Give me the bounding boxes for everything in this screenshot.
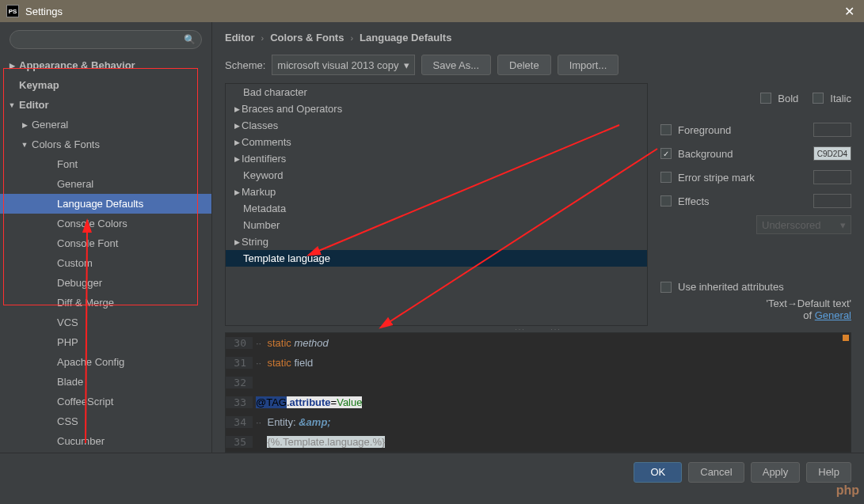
nav-vcs[interactable]: VCS xyxy=(0,313,211,332)
nav-coffeescript[interactable]: CoffeeScript xyxy=(0,392,211,411)
tree-classes[interactable]: Classes xyxy=(226,117,647,134)
chevron-down-icon: ▾ xyxy=(840,219,846,231)
chevron-down-icon: ▾ xyxy=(404,59,409,71)
attribute-tree[interactable]: Bad character Braces and Operators Class… xyxy=(225,83,648,326)
nav-blade[interactable]: Blade xyxy=(0,372,211,392)
splitter[interactable]: ··· ··· xyxy=(212,326,864,332)
nav-general[interactable]: General xyxy=(0,115,211,135)
search-input[interactable] xyxy=(10,30,202,49)
search-icon: 🔍 xyxy=(184,34,196,45)
tree-string[interactable]: String xyxy=(226,233,647,250)
nav-custom[interactable]: Custom xyxy=(0,253,211,273)
tree-keyword[interactable]: Keyword xyxy=(226,167,647,184)
sidebar: 🔍 Appearance & Behavior Keymap Editor Ge… xyxy=(0,22,212,453)
nav-cucumber[interactable]: Cucumber xyxy=(0,431,211,451)
save-as-button[interactable]: Save As... xyxy=(421,55,492,75)
tree-comments[interactable]: Comments xyxy=(226,134,647,150)
tree-markup[interactable]: Markup xyxy=(226,184,647,200)
bold-checkbox[interactable] xyxy=(760,93,771,104)
error-stripe-checkbox[interactable] xyxy=(660,172,672,183)
nav-console-font[interactable]: Console Font xyxy=(0,233,211,253)
background-swatch[interactable]: C9D2D4 xyxy=(813,146,851,161)
nav-tree[interactable]: Appearance & Behavior Keymap Editor Gene… xyxy=(0,55,211,453)
main-panel: Editor› Colors & Fonts› Language Default… xyxy=(212,22,864,453)
footer: OK Cancel Apply Help xyxy=(0,453,864,491)
nav-css[interactable]: CSS xyxy=(0,411,211,431)
titlebar: PS Settings ✕ xyxy=(0,0,864,22)
error-stripe-swatch[interactable] xyxy=(813,170,851,184)
nav-appearance[interactable]: Appearance & Behavior xyxy=(0,55,211,75)
nav-colors-fonts[interactable]: Colors & Fonts xyxy=(0,135,211,154)
inherit-info: 'Text→Default text' of General xyxy=(660,297,851,321)
cancel-button[interactable]: Cancel xyxy=(688,462,744,483)
nav-apache-config[interactable]: Apache Config xyxy=(0,352,211,372)
inherit-link[interactable]: General xyxy=(815,309,851,321)
tree-identifiers[interactable]: Identifiers xyxy=(226,150,647,167)
nav-editor[interactable]: Editor xyxy=(0,95,211,115)
nav-console-colors[interactable]: Console Colors xyxy=(0,214,211,233)
close-icon[interactable]: ✕ xyxy=(841,4,858,19)
nav-diff-merge[interactable]: Diff & Merge xyxy=(0,293,211,313)
help-button[interactable]: Help xyxy=(806,462,851,483)
nav-php[interactable]: PHP xyxy=(0,332,211,352)
tree-number[interactable]: Number xyxy=(226,217,647,233)
nav-cf-general[interactable]: General xyxy=(0,174,211,194)
scheme-select[interactable]: microsoft visual 2013 copy▾ xyxy=(272,55,414,75)
foreground-swatch[interactable] xyxy=(813,123,851,137)
foreground-checkbox[interactable] xyxy=(660,124,672,135)
apply-button[interactable]: Apply xyxy=(751,462,801,483)
window-title: Settings xyxy=(25,6,63,17)
scheme-label: Scheme: xyxy=(225,59,265,71)
effects-checkbox[interactable] xyxy=(660,195,672,207)
nav-language-defaults[interactable]: Language Defaults xyxy=(0,194,211,214)
tree-bad-character[interactable]: Bad character xyxy=(226,84,647,100)
attribute-panel: Bold Italic Foreground BackgroundC9D2D4 … xyxy=(648,83,851,326)
effects-select[interactable]: Underscored▾ xyxy=(756,215,851,234)
tree-template-language[interactable]: Template language xyxy=(226,250,647,267)
preview-panel[interactable]: 30·· static method 31·· static field 32 … xyxy=(225,332,851,453)
background-checkbox[interactable] xyxy=(660,148,672,159)
ok-button[interactable]: OK xyxy=(634,462,682,483)
tree-braces[interactable]: Braces and Operators xyxy=(226,100,647,117)
app-icon: PS xyxy=(6,5,19,17)
delete-button[interactable]: Delete xyxy=(497,55,551,75)
error-stripe-icon xyxy=(843,335,849,341)
breadcrumb: Editor› Colors & Fonts› Language Default… xyxy=(212,22,864,50)
nav-debugger[interactable]: Debugger xyxy=(0,273,211,293)
tree-metadata[interactable]: Metadata xyxy=(226,200,647,217)
import-button[interactable]: Import... xyxy=(558,55,619,75)
inherited-checkbox[interactable] xyxy=(660,282,672,293)
nav-keymap[interactable]: Keymap xyxy=(0,75,211,95)
italic-checkbox[interactable] xyxy=(813,93,824,104)
effects-swatch[interactable] xyxy=(813,194,851,208)
nav-font[interactable]: Font xyxy=(0,154,211,174)
